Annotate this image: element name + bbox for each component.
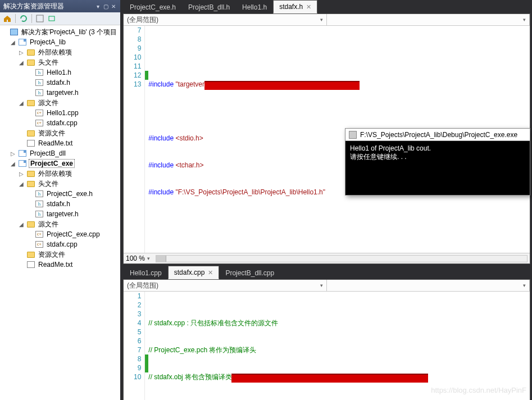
console-title: F:\VS_Pojects\ProjectA_lib\Debug\Project… — [360, 131, 526, 139]
txt-file-icon — [27, 261, 35, 268]
solution-explorer: 解决方案资源管理器 ▾ ▢ ✕ 解决方案'ProjectA_lib' (3 个项… — [0, 0, 121, 400]
file-node[interactable]: htargetver.h — [0, 88, 120, 98]
refresh-icon[interactable] — [19, 14, 28, 23]
header-file-icon: h — [35, 79, 43, 86]
scope-dropdown[interactable]: (全局范围)▾ — [124, 14, 327, 25]
h-scrollbar[interactable] — [156, 255, 528, 262]
tab-projectb-dll-cpp[interactable]: ProjectB_dll.cpp — [219, 266, 280, 279]
project-node-a[interactable]: ◢ProjectA_lib — [0, 37, 120, 47]
project-icon — [19, 39, 26, 46]
header-file-icon: h — [35, 211, 43, 217]
folder-icon — [27, 181, 35, 187]
folder-ext[interactable]: ▷外部依赖项 — [0, 47, 120, 57]
chevron-down-icon: ▾ — [320, 283, 323, 288]
tab-stdafx-h[interactable]: stdafx.h✕ — [273, 0, 317, 13]
folder-ext[interactable]: ▷外部依赖项 — [0, 169, 120, 179]
gutter: 78910111213 — [124, 26, 145, 253]
file-node[interactable]: htargetver.h — [0, 209, 120, 219]
editor-2: (全局范围)▾ ▾ 12345678910 // stdafx.cpp : 只包… — [123, 279, 530, 400]
project-icon — [19, 150, 26, 157]
svg-rect-1 — [49, 16, 54, 21]
change-marker — [145, 71, 148, 80]
gutter: 12345678910 — [124, 292, 145, 400]
underline-annotation — [204, 81, 360, 90]
file-node[interactable]: ReadMe.txt — [0, 138, 120, 148]
panel-title: 解决方案资源管理器 — [3, 2, 64, 11]
member-dropdown[interactable]: ▾ — [327, 280, 530, 291]
separator — [31, 14, 32, 23]
file-node[interactable]: c+Hello1.cpp — [0, 108, 120, 118]
cpp-file-icon: c+ — [35, 110, 43, 116]
folder-icon — [27, 171, 35, 177]
tab-projectc-h[interactable]: ProjectC_exe.h — [124, 1, 182, 13]
folder-src[interactable]: ◢源文件 — [0, 98, 120, 108]
underline-annotation — [231, 374, 428, 383]
cpp-file-icon: c+ — [35, 120, 43, 126]
project-icon — [19, 160, 26, 167]
folder-hdr[interactable]: ◢头文件 — [0, 57, 120, 67]
home-icon[interactable] — [3, 14, 12, 23]
panel-toolbar — [0, 12, 120, 25]
file-node[interactable]: c+stdafx.cpp — [0, 118, 120, 128]
file-node[interactable]: hstdafx.h — [0, 199, 120, 209]
chevron-down-icon: ▾ — [523, 283, 526, 288]
chevron-down-icon: ▾ — [523, 17, 526, 22]
tab-projectb-dll-h[interactable]: ProjectB_dll.h — [182, 1, 236, 13]
folder-res[interactable]: 资源文件 — [0, 249, 120, 260]
folder-icon — [27, 60, 35, 66]
editor-area: ProjectC_exe.h ProjectB_dll.h Hello1.h s… — [121, 0, 532, 400]
solution-icon — [10, 29, 18, 35]
separator — [15, 14, 16, 23]
file-node[interactable]: c+stdafx.cpp — [0, 239, 120, 249]
chevron-down-icon[interactable]: ▾ — [147, 256, 150, 261]
file-node[interactable]: c+ProjectC_exe.cpp — [0, 229, 120, 239]
project-node-c[interactable]: ◢ProjectC_exe — [0, 158, 120, 169]
panel-title-bar[interactable]: 解决方案资源管理器 ▾ ▢ ✕ — [0, 0, 120, 12]
properties-icon[interactable] — [35, 14, 44, 23]
show-all-icon[interactable] — [48, 14, 57, 23]
solution-tree[interactable]: 解决方案'ProjectA_lib' (3 个项目 ◢ProjectA_lib … — [0, 25, 120, 400]
txt-file-icon — [27, 140, 35, 147]
file-node[interactable]: hstdafx.h — [0, 78, 120, 88]
folder-hdr[interactable]: ◢头文件 — [0, 179, 120, 189]
folder-icon — [27, 252, 35, 258]
member-dropdown[interactable]: ▾ — [327, 14, 530, 25]
file-node[interactable]: hHello1.h — [0, 67, 120, 78]
file-node[interactable]: hProjectC_exe.h — [0, 189, 120, 199]
chevron-down-icon: ▾ — [320, 17, 323, 22]
app-icon — [349, 131, 357, 139]
close-icon[interactable]: ✕ — [110, 3, 117, 10]
console-output: Hello1 of ProjectA_lib cout. 请按任意键继续. . … — [345, 141, 530, 165]
change-marker — [145, 354, 148, 372]
header-file-icon: h — [35, 201, 43, 207]
header-file-icon: h — [35, 190, 43, 197]
folder-icon — [27, 49, 35, 56]
tab-bar-2: Hello1.cpp stdafx.cpp✕ ProjectB_dll.cpp — [121, 266, 532, 279]
cpp-file-icon: c+ — [35, 241, 43, 248]
solution-node[interactable]: 解决方案'ProjectA_lib' (3 个项目 — [0, 27, 120, 37]
tab-stdafx-cpp[interactable]: stdafx.cpp✕ — [168, 266, 220, 279]
folder-icon — [27, 100, 35, 106]
folder-res[interactable]: 资源文件 — [0, 128, 120, 138]
header-file-icon: h — [35, 89, 43, 96]
code-area[interactable]: 12345678910 // stdafx.cpp : 只包括标准包含文件的源文… — [124, 292, 530, 400]
header-file-icon: h — [35, 69, 43, 76]
close-tab-icon[interactable]: ✕ — [208, 269, 213, 276]
folder-icon — [27, 221, 35, 228]
folder-src[interactable]: ◢源文件 — [0, 219, 120, 229]
zoom-bar: 100 %▾ — [124, 253, 530, 263]
file-node[interactable]: ReadMe.txt — [0, 260, 120, 270]
svg-rect-0 — [37, 15, 43, 22]
tab-bar-1: ProjectC_exe.h ProjectB_dll.h Hello1.h s… — [121, 0, 532, 13]
zoom-value[interactable]: 100 % — [126, 254, 145, 262]
close-tab-icon[interactable]: ✕ — [306, 3, 311, 11]
scope-dropdown[interactable]: (全局范围)▾ — [124, 280, 327, 291]
console-window[interactable]: F:\VS_Pojects\ProjectA_lib\Debug\Project… — [345, 128, 530, 196]
dropdown-icon[interactable]: ▾ — [94, 3, 101, 10]
tab-hello1-cpp[interactable]: Hello1.cpp — [124, 266, 168, 279]
pin-icon[interactable]: ▢ — [102, 3, 109, 10]
cpp-file-icon: c+ — [35, 231, 43, 238]
project-node-b[interactable]: ▷ProjectB_dll — [0, 148, 120, 158]
tab-hello1-h[interactable]: Hello1.h — [236, 1, 273, 13]
console-titlebar[interactable]: F:\VS_Pojects\ProjectA_lib\Debug\Project… — [345, 129, 530, 141]
